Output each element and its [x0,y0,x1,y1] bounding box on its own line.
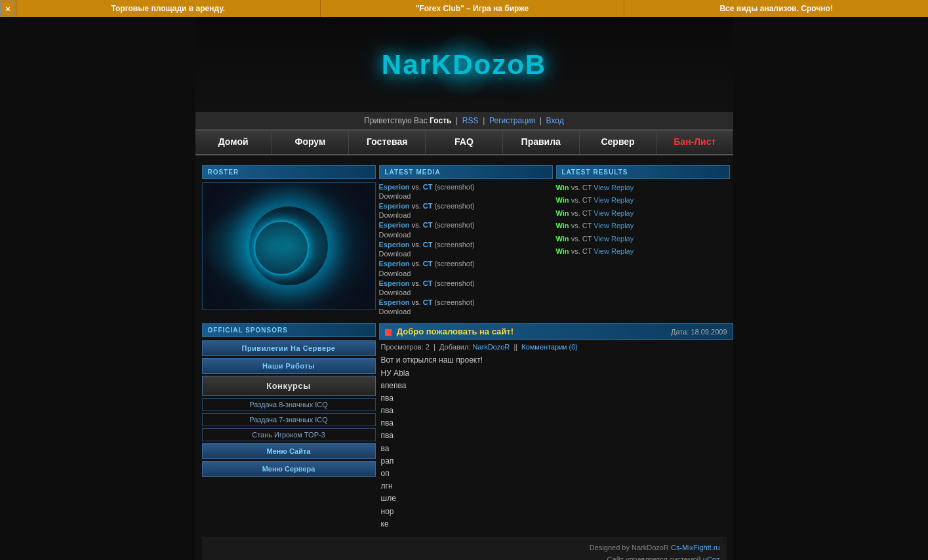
nav-guestbook[interactable]: Гостевая [349,130,426,154]
result-vs: vs. CT [571,222,592,230]
nav-server[interactable]: Сервер [580,130,656,154]
ad-item-3[interactable]: Все виды анализов. Срочно! [624,0,928,17]
result-replay-link[interactable]: View Replay [594,235,634,243]
news-author-link[interactable]: NarkDozoR [472,343,510,351]
news-line-13: нор [381,506,731,518]
result-replay-link[interactable]: View Replay [594,222,634,230]
media-download-link[interactable]: Download [379,192,553,200]
media-column: LATEST MEDIA Esperion vs. CT (screenshot… [379,165,553,317]
results-list: Win vs. CT View Replay Win vs. CT View R… [556,182,730,257]
news-line-1: Вот и открылся наш проект! [381,354,731,367]
contest-button[interactable]: Конкурсы [202,376,376,396]
result-replay-link[interactable]: View Replay [594,196,634,204]
result-win-label: Win [556,196,569,204]
media-team-link[interactable]: Esperion [379,279,410,287]
close-ads-button[interactable]: × [0,1,16,16]
media-download-link[interactable]: Download [379,289,553,296]
media-download-link[interactable]: Download [379,270,553,277]
media-download-link[interactable]: Download [379,211,553,219]
nav-banlist[interactable]: Бан-Лист [656,130,733,154]
footer-site-link[interactable]: Cs-MixFightt.ru [671,544,720,551]
contest-link-1[interactable]: Раздача 8-значных ICQ [202,398,376,411]
news-views: Просмотров: 2 [381,343,430,351]
media-team-link[interactable]: Esperion [379,260,410,268]
media-team-link[interactable]: Esperion [379,183,410,191]
news-line-12: шле [381,492,731,505]
media-type: (screenshot) [435,202,475,210]
media-ct: CT [423,260,433,268]
footer-ucoz-link[interactable]: uCoz [703,555,720,560]
nav-faq[interactable]: FAQ [426,130,502,154]
result-vs: vs. CT [571,235,592,243]
media-team-link[interactable]: Esperion [379,221,410,229]
privileges-button[interactable]: Привилегии На Сервере [202,340,376,356]
media-type: (screenshot) [435,279,475,287]
media-vs: vs. [412,298,421,306]
result-replay-link[interactable]: View Replay [594,184,634,191]
main-grid: ROSTER LATEST MEDIA Esperion vs. CT [195,162,733,321]
bottom-grid: OFFICIAL SPONSORS Привилегии На Сервере … [195,320,733,534]
ad-item-2[interactable]: "Forex Club" – Игра на бирже [320,0,624,17]
result-vs: vs. CT [571,196,592,204]
site-menu-button[interactable]: Меню Сайта [202,443,376,459]
result-item: Win vs. CT View Replay [556,195,730,206]
main-content: ROSTER LATEST MEDIA Esperion vs. CT [195,155,733,560]
welcome-prefix: Приветствую Вас [364,116,428,125]
main-nav: Домой Форум Гостевая FAQ Правила Сервер … [195,130,733,155]
nav-rules[interactable]: Правила [503,130,580,154]
results-column: LATEST RESULTS Win vs. CT View Replay Wi… [556,165,730,317]
news-line-10: оп [381,468,731,480]
news-comments-link[interactable]: Комментарии (0) [521,343,578,351]
media-team-link[interactable]: Esperion [379,241,410,249]
sponsors-column: OFFICIAL SPONSORS Привилегии На Сервере … [202,323,376,530]
news-added-by-label: Добавил: [439,343,470,351]
nav-forum[interactable]: Форум [272,130,349,154]
roster-section-header: ROSTER [202,165,376,179]
news-line-7: пва [381,430,731,442]
result-item: Win vs. CT View Replay [556,220,730,231]
media-item: Esperion vs. CT (screenshot) Download [379,182,553,200]
media-download-link[interactable]: Download [379,308,553,315]
media-title: Esperion vs. CT (screenshot) [379,240,553,250]
media-item: Esperion vs. CT (screenshot) Download [379,201,553,219]
media-vs: vs. [412,241,421,249]
media-title: Esperion vs. CT (screenshot) [379,182,553,192]
media-download-link[interactable]: Download [379,231,553,239]
media-ct: CT [423,221,433,229]
result-vs: vs. CT [571,184,592,191]
media-ct: CT [423,202,433,210]
media-team-link[interactable]: Esperion [379,202,410,210]
news-line-2: НУ Abla [381,367,731,380]
top-ad-bar: × Торговые площади в аренду. "Forex Club… [0,0,928,17]
server-menu-button[interactable]: Меню Сервера [202,461,376,477]
result-item: Win vs. CT View Replay [556,246,730,257]
media-download-link[interactable]: Download [379,250,553,258]
result-replay-link[interactable]: View Replay [594,247,634,255]
media-item: Esperion vs. CT (screenshot) Download [379,240,553,258]
media-item: Esperion vs. CT (screenshot) Download [379,259,553,277]
footer-text: Designed by NarkDozoR Cs-MixFightt.ru Са… [590,542,720,560]
media-type: (screenshot) [435,260,475,268]
media-title: Esperion vs. CT (screenshot) [379,279,553,289]
roster-image [202,182,376,310]
media-team-link[interactable]: Esperion [379,298,410,306]
site-logo: NarKDozoB [382,49,546,81]
ad-item-1[interactable]: Торговые площади в аренду. [16,0,320,17]
sponsors-section-header: OFFICIAL SPONSORS [202,323,376,337]
media-ct: CT [423,241,433,249]
our-works-button[interactable]: Наши Работы [202,358,376,374]
rss-link[interactable]: RSS [462,116,479,125]
login-link[interactable]: Вход [546,116,564,125]
media-ct: CT [423,183,433,191]
contest-link-3[interactable]: Стань Игроком ТОР-3 [202,428,376,441]
media-item: Esperion vs. CT (screenshot) Download [379,298,553,315]
register-link[interactable]: Регистрация [489,116,535,125]
news-title-link[interactable]: Добро пожаловать на сайт! [397,327,514,336]
media-title: Esperion vs. CT (screenshot) [379,201,553,211]
news-line-5: пва [381,405,731,417]
contest-link-2[interactable]: Раздача 7-значных ICQ [202,413,376,426]
result-vs: vs. CT [571,209,592,217]
news-header-bar: Добро пожаловать на сайт! Дата: 18.09.20… [379,323,733,340]
nav-home[interactable]: Домой [195,130,272,154]
result-replay-link[interactable]: View Replay [594,209,634,217]
